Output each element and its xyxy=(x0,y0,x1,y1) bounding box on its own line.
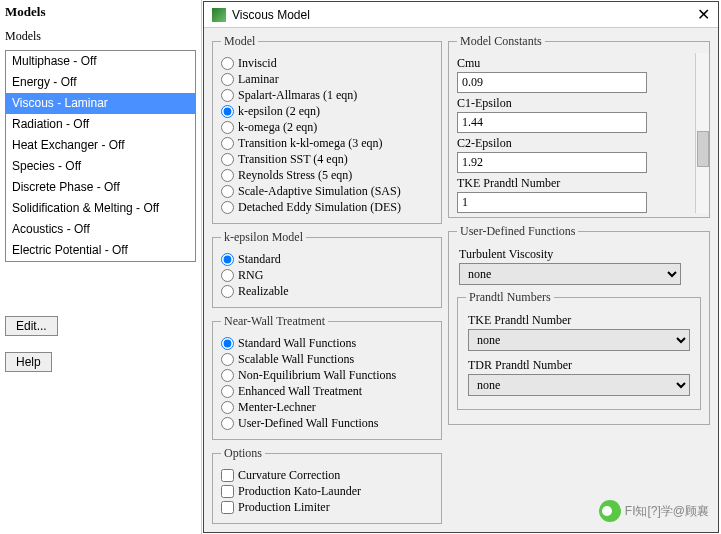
radio-row[interactable]: Detached Eddy Simulation (DES) xyxy=(221,199,433,215)
radio-row[interactable]: k-omega (2 eqn) xyxy=(221,119,433,135)
radio-label: k-epsilon (2 eqn) xyxy=(238,103,320,119)
list-item[interactable]: Solidification & Melting - Off xyxy=(6,198,195,219)
list-item[interactable]: Radiation - Off xyxy=(6,114,195,135)
models-panel: Models Models Multiphase - OffEnergy - O… xyxy=(0,0,202,534)
check-input[interactable] xyxy=(221,469,234,482)
models-title: Models xyxy=(0,0,201,24)
radio-input[interactable] xyxy=(221,185,234,198)
radio-label: Inviscid xyxy=(238,55,277,71)
list-item[interactable]: Multiphase - Off xyxy=(6,51,195,72)
radio-label: Non-Equilibrium Wall Functions xyxy=(238,367,396,383)
tdr-prandtl-select[interactable]: none xyxy=(468,374,690,396)
close-icon[interactable]: ✕ xyxy=(697,5,710,24)
constant-label: TKE Prandtl Number xyxy=(457,176,695,191)
radio-input[interactable] xyxy=(221,153,234,166)
radio-label: Detached Eddy Simulation (DES) xyxy=(238,199,401,215)
radio-input[interactable] xyxy=(221,285,234,298)
radio-row[interactable]: Enhanced Wall Treatment xyxy=(221,383,433,399)
list-item[interactable]: Heat Exchanger - Off xyxy=(6,135,195,156)
radio-row[interactable]: Realizable xyxy=(221,283,433,299)
radio-row[interactable]: Reynolds Stress (5 eqn) xyxy=(221,167,433,183)
radio-input[interactable] xyxy=(221,417,234,430)
constant-input[interactable] xyxy=(457,192,647,213)
scroll-thumb[interactable] xyxy=(697,131,709,167)
radio-label: Scale-Adaptive Simulation (SAS) xyxy=(238,183,401,199)
dialog-left-column: Model InviscidLaminarSpalart-Allmaras (1… xyxy=(212,34,442,530)
radio-input[interactable] xyxy=(221,57,234,70)
radio-input[interactable] xyxy=(221,169,234,182)
dialog-right-column: Model Constants CmuC1-EpsilonC2-EpsilonT… xyxy=(448,34,710,530)
models-subtitle: Models xyxy=(0,24,201,48)
radio-input[interactable] xyxy=(221,337,234,350)
constant-input[interactable] xyxy=(457,112,647,133)
radio-input[interactable] xyxy=(221,105,234,118)
radio-label: Spalart-Allmaras (1 eqn) xyxy=(238,87,357,103)
prandtl-legend: Prandtl Numbers xyxy=(466,290,554,305)
check-row[interactable]: Production Kato-Launder xyxy=(221,483,433,499)
radio-row[interactable]: RNG xyxy=(221,267,433,283)
ke-model-legend: k-epsilon Model xyxy=(221,230,306,245)
model-constants-legend: Model Constants xyxy=(457,34,545,49)
radio-input[interactable] xyxy=(221,353,234,366)
list-item[interactable]: Viscous - Laminar xyxy=(6,93,195,114)
tdr-prandtl-label: TDR Prandtl Number xyxy=(468,358,692,373)
radio-input[interactable] xyxy=(221,385,234,398)
check-label: Curvature Correction xyxy=(238,467,340,483)
radio-row[interactable]: Laminar xyxy=(221,71,433,87)
radio-row[interactable]: Standard xyxy=(221,251,433,267)
radio-row[interactable]: Scale-Adaptive Simulation (SAS) xyxy=(221,183,433,199)
radio-row[interactable]: Scalable Wall Functions xyxy=(221,351,433,367)
ke-model-group: k-epsilon Model StandardRNGRealizable xyxy=(212,230,442,308)
dialog-button-row: OK Cancel Help xyxy=(204,530,718,534)
radio-input[interactable] xyxy=(221,269,234,282)
help-button-panel[interactable]: Help xyxy=(5,352,52,372)
radio-row[interactable]: Menter-Lechner xyxy=(221,399,433,415)
tke-prandtl-label: TKE Prandtl Number xyxy=(468,313,692,328)
check-input[interactable] xyxy=(221,485,234,498)
options-legend: Options xyxy=(221,446,265,461)
radio-input[interactable] xyxy=(221,253,234,266)
radio-row[interactable]: Non-Equilibrium Wall Functions xyxy=(221,367,433,383)
constant-label: C1-Epsilon xyxy=(457,96,695,111)
radio-label: Scalable Wall Functions xyxy=(238,351,354,367)
radio-label: Transition k-kl-omega (3 eqn) xyxy=(238,135,383,151)
radio-input[interactable] xyxy=(221,401,234,414)
radio-label: User-Defined Wall Functions xyxy=(238,415,379,431)
check-input[interactable] xyxy=(221,501,234,514)
list-item[interactable]: Discrete Phase - Off xyxy=(6,177,195,198)
radio-input[interactable] xyxy=(221,201,234,214)
radio-input[interactable] xyxy=(221,121,234,134)
watermark-text: FI知[?]学@顾襄 xyxy=(625,503,709,520)
radio-row[interactable]: Standard Wall Functions xyxy=(221,335,433,351)
models-list[interactable]: Multiphase - OffEnergy - OffViscous - La… xyxy=(5,50,196,262)
tke-prandtl-select[interactable]: none xyxy=(468,329,690,351)
viscous-model-dialog: Viscous Model ✕ Model InviscidLaminarSpa… xyxy=(203,1,719,533)
radio-row[interactable]: User-Defined Wall Functions xyxy=(221,415,433,431)
constant-input[interactable] xyxy=(457,152,647,173)
constant-label: C2-Epsilon xyxy=(457,136,695,151)
radio-input[interactable] xyxy=(221,73,234,86)
radio-input[interactable] xyxy=(221,89,234,102)
radio-label: RNG xyxy=(238,267,263,283)
radio-row[interactable]: Transition SST (4 eqn) xyxy=(221,151,433,167)
radio-input[interactable] xyxy=(221,137,234,150)
constant-input[interactable] xyxy=(457,72,647,93)
list-item[interactable]: Species - Off xyxy=(6,156,195,177)
radio-row[interactable]: Transition k-kl-omega (3 eqn) xyxy=(221,135,433,151)
radio-row[interactable]: Spalart-Allmaras (1 eqn) xyxy=(221,87,433,103)
radio-row[interactable]: k-epsilon (2 eqn) xyxy=(221,103,433,119)
list-item[interactable]: Electric Potential - Off xyxy=(6,240,195,261)
check-row[interactable]: Production Limiter xyxy=(221,499,433,515)
constants-scrollbar[interactable] xyxy=(695,53,709,213)
edit-button[interactable]: Edit... xyxy=(5,316,58,336)
check-row[interactable]: Curvature Correction xyxy=(221,467,433,483)
list-item[interactable]: Acoustics - Off xyxy=(6,219,195,240)
list-item[interactable]: Energy - Off xyxy=(6,72,195,93)
options-group: Options Curvature CorrectionProduction K… xyxy=(212,446,442,524)
radio-row[interactable]: Inviscid xyxy=(221,55,433,71)
udf-group: User-Defined Functions Turbulent Viscosi… xyxy=(448,224,710,425)
turb-visc-select[interactable]: none xyxy=(459,263,681,285)
radio-label: Transition SST (4 eqn) xyxy=(238,151,348,167)
model-constants-group: Model Constants CmuC1-EpsilonC2-EpsilonT… xyxy=(448,34,710,218)
radio-input[interactable] xyxy=(221,369,234,382)
